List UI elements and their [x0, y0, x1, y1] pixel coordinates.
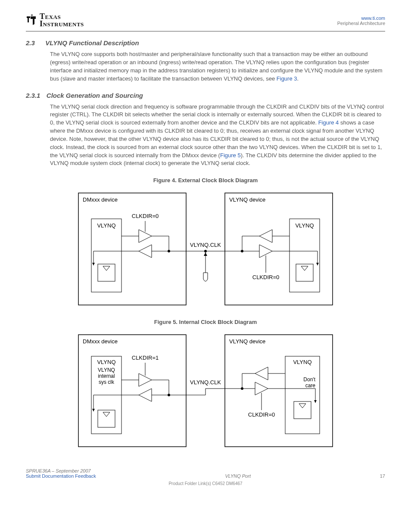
header-right: www.ti.com Peripheral Architecture [337, 16, 385, 26]
svg-marker-63 [255, 367, 268, 380]
subsection-title: Clock Generation and Sourcing [47, 92, 143, 99]
svg-text:CLKDIR=0: CLKDIR=0 [132, 213, 159, 219]
page-footer: SPRUE36A – September 2007 Submit Documen… [26, 468, 385, 479]
footer-center: VLYNQ Port [96, 473, 380, 479]
svg-text:VLYNQ device: VLYNQ device [229, 196, 265, 203]
footer-bottom: Product Folder Link(s) C6452 DM6467 [26, 481, 385, 486]
svg-point-73 [241, 387, 243, 390]
footer-page-number: 17 [380, 473, 385, 479]
svg-rect-44 [98, 410, 115, 427]
svg-marker-4 [103, 266, 110, 271]
svg-marker-47 [139, 389, 152, 401]
svg-rect-0 [78, 193, 186, 305]
section-title: VLYNQ Functional Description [45, 39, 139, 47]
ti-wordmark: Texas Instruments [40, 13, 84, 28]
ti-chip-icon [26, 14, 37, 27]
header-context: Peripheral Architecture [337, 21, 385, 26]
svg-rect-57 [225, 335, 333, 447]
svg-rect-37 [78, 335, 186, 447]
svg-text:sys clk: sys clk [99, 379, 115, 385]
svg-rect-61 [294, 401, 311, 419]
figure5: DMxxx device VLYNQ VLYNQ internal sys cl… [26, 330, 385, 451]
svg-marker-45 [103, 412, 110, 417]
svg-marker-6 [139, 245, 152, 258]
link-figure4[interactable]: Figure 4 [318, 119, 339, 126]
header-rule [26, 31, 385, 31]
svg-rect-3 [98, 264, 115, 281]
figure4: DMxxx device VLYNQ CLKDIR=0 VLYNQ [26, 189, 385, 309]
link-figure5[interactable]: Figure 5 [220, 152, 241, 159]
svg-text:CLKDIR=0: CLKDIR=0 [252, 274, 280, 280]
svg-text:VLYNQ: VLYNQ [97, 359, 115, 365]
svg-point-13 [168, 250, 170, 252]
svg-text:care: care [305, 383, 316, 389]
figure4-caption: Figure 4. External Clock Block Diagram [26, 177, 385, 184]
figure5-caption: Figure 5. Internal Clock Block Diagram [26, 319, 385, 325]
svg-marker-22 [259, 230, 272, 243]
svg-text:VLYNQ: VLYNQ [98, 367, 115, 373]
subsection-heading: 2.3.1 Clock Generation and Sourcing [26, 92, 385, 100]
svg-point-54 [168, 394, 170, 396]
svg-point-36 [204, 250, 207, 252]
section-heading: 2.3 VLYNQ Functional Description [26, 39, 385, 47]
svg-rect-59 [285, 356, 320, 434]
svg-rect-16 [225, 193, 333, 305]
subsection-number: 2.3.1 [26, 92, 40, 99]
svg-text:internal: internal [98, 373, 115, 379]
svg-text:Don't: Don't [303, 376, 315, 383]
svg-text:VLYNQ: VLYNQ [295, 222, 314, 229]
footer-left: SPRUE36A – September 2007 Submit Documen… [26, 468, 96, 479]
svg-marker-21 [301, 266, 308, 271]
page-header: Texas Instruments www.ti.com Peripheral … [26, 13, 385, 28]
svg-text:CLKDIR=0: CLKDIR=0 [248, 411, 275, 418]
section-number: 2.3 [26, 39, 35, 47]
svg-text:DMxxx device: DMxxx device [83, 338, 118, 345]
link-figure3[interactable]: Figure 3 [277, 75, 297, 82]
ti-logo: Texas Instruments [26, 13, 84, 28]
svg-text:VLYNQ.CLK: VLYNQ.CLK [190, 379, 221, 386]
svg-text:VLYNQ: VLYNQ [293, 359, 311, 365]
header-link[interactable]: www.ti.com [361, 16, 385, 21]
svg-rect-20 [296, 264, 313, 281]
svg-text:VLYNQ device: VLYNQ device [229, 338, 265, 345]
fig4-left-label: DMxxx device [83, 196, 118, 203]
section-paragraph: The VLYNQ core supports both host/master… [50, 50, 385, 83]
svg-text:VLYNQ: VLYNQ [97, 222, 115, 229]
svg-text:VLYNQ.CLK: VLYNQ.CLK [190, 242, 221, 248]
svg-text:CLKDIR=1: CLKDIR=1 [132, 355, 159, 361]
svg-point-30 [241, 250, 243, 252]
footer-feedback-link[interactable]: Submit Documentation Feedback [26, 473, 96, 479]
subsection-paragraph: The VLYNQ serial clock direction and fre… [50, 103, 385, 168]
svg-marker-62 [299, 404, 306, 408]
